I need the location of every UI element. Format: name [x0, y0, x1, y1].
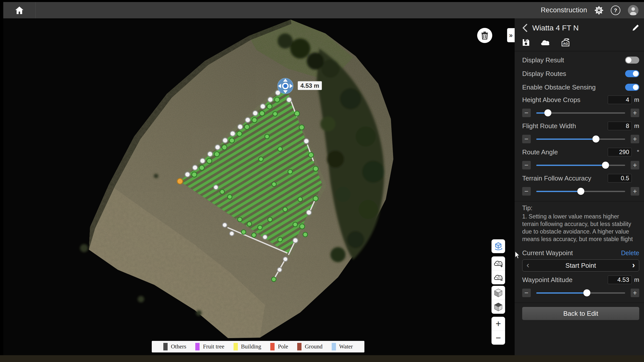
waypoint-dot[interactable]: [293, 222, 297, 227]
save-icon[interactable]: [522, 39, 530, 46]
view-3d-button[interactable]: [491, 239, 505, 253]
waypoint-selector[interactable]: ‹ Start Point ›: [522, 259, 639, 272]
waypoint-dot[interactable]: [272, 277, 276, 282]
param-increase-button[interactable]: +: [631, 289, 639, 297]
waypoint-dot[interactable]: [228, 195, 232, 199]
waypoint-dot[interactable]: [214, 185, 218, 190]
param-decrease-button[interactable]: −: [522, 187, 531, 196]
export-ag-icon[interactable]: AG: [560, 38, 571, 47]
param-decrease-button[interactable]: −: [522, 161, 531, 169]
toggle-switch[interactable]: [625, 84, 639, 91]
flight-route-canvas[interactable]: [3, 18, 515, 355]
waypoint-dot[interactable]: [278, 237, 282, 242]
param-decrease-button[interactable]: −: [522, 135, 531, 143]
waypoint-dot[interactable]: [238, 124, 243, 129]
param-slider[interactable]: [536, 109, 625, 117]
waypoint-dot[interactable]: [252, 118, 257, 123]
waypoint-dot[interactable]: [245, 117, 250, 122]
toggle-switch[interactable]: [625, 70, 639, 77]
waypoint-dot[interactable]: [215, 145, 220, 150]
waypoint-dot[interactable]: [259, 157, 263, 161]
waypoint-dot[interactable]: [299, 125, 304, 130]
param-slider[interactable]: [536, 187, 625, 196]
param-slider[interactable]: [536, 289, 625, 297]
waypoint-dot[interactable]: [237, 131, 242, 136]
waypoint-dot[interactable]: [263, 235, 267, 239]
cloud-upload-icon[interactable]: [540, 39, 550, 46]
prev-waypoint-chevron[interactable]: ‹: [526, 260, 529, 269]
param-increase-button[interactable]: +: [631, 187, 639, 196]
collapse-panel-tab[interactable]: »: [507, 28, 515, 42]
waypoint-dot[interactable]: [247, 222, 252, 226]
delete-waypoint-button[interactable]: [477, 28, 492, 43]
home-button[interactable]: [3, 2, 35, 18]
toggle-knob[interactable]: [633, 84, 638, 90]
waypoint-dot[interactable]: [222, 145, 227, 150]
waypoint-dot[interactable]: [252, 233, 256, 237]
next-waypoint-chevron[interactable]: ›: [632, 260, 635, 269]
waypoint-dot[interactable]: [214, 152, 219, 157]
waypoint-dot[interactable]: [241, 230, 246, 234]
cube-solid-button[interactable]: [491, 286, 505, 300]
back-chevron-icon[interactable]: [522, 24, 528, 32]
waypoint-dot[interactable]: [267, 104, 272, 109]
waypoint-dot[interactable]: [208, 152, 213, 157]
waypoint-dot[interactable]: [220, 190, 224, 194]
waypoint-dot[interactable]: [192, 172, 197, 177]
waypoint-dot[interactable]: [277, 267, 282, 272]
waypoint-dot[interactable]: [283, 257, 288, 261]
slider-knob[interactable]: [592, 135, 599, 143]
waypoint-dot[interactable]: [287, 97, 292, 102]
waypoint-dot[interactable]: [294, 111, 299, 116]
settings-button[interactable]: [595, 6, 603, 15]
waypoint-dot[interactable]: [223, 138, 228, 143]
waypoint-dot[interactable]: [293, 238, 298, 243]
waypoint-dot[interactable]: [199, 165, 204, 170]
waypoint-dot[interactable]: [268, 97, 273, 102]
slider-knob[interactable]: [602, 162, 609, 169]
waypoint-dot[interactable]: [185, 172, 190, 177]
waypoint-dot[interactable]: [260, 104, 265, 109]
slider-knob[interactable]: [544, 109, 551, 116]
waypoint-dot[interactable]: [273, 112, 277, 116]
cube-dark-button[interactable]: [491, 300, 505, 314]
waypoint-dot[interactable]: [258, 225, 262, 230]
waypoint-dot[interactable]: [309, 152, 314, 157]
param-value-input[interactable]: 290: [608, 148, 632, 156]
waypoint-dot[interactable]: [207, 158, 212, 163]
zoom-out-button[interactable]: −: [491, 331, 505, 345]
waypoint-dot[interactable]: [253, 111, 258, 116]
waypoint-dot[interactable]: [304, 139, 309, 144]
waypoint-dot[interactable]: [303, 232, 308, 237]
waypoint-dot[interactable]: [275, 97, 280, 102]
waypoint-dot[interactable]: [238, 217, 242, 222]
selected-waypoint-marker[interactable]: [278, 78, 293, 94]
param-slider[interactable]: [536, 135, 625, 143]
param-slider[interactable]: [536, 161, 625, 169]
waypoint-dot[interactable]: [193, 165, 198, 170]
delete-waypoint-link[interactable]: Delete: [621, 249, 639, 257]
map-viewport[interactable]: 4.53 m »: [3, 18, 515, 355]
user-avatar[interactable]: [628, 5, 638, 16]
param-increase-button[interactable]: +: [631, 135, 639, 143]
param-value-input[interactable]: 4: [608, 96, 632, 104]
edit-pencil-icon[interactable]: [632, 24, 639, 32]
back-to-edit-button[interactable]: Back to Edit: [522, 307, 639, 320]
toggle-knob[interactable]: [633, 71, 638, 76]
waypoint-dot[interactable]: [230, 231, 234, 236]
param-increase-button[interactable]: +: [631, 109, 639, 117]
waypoint-dot[interactable]: [259, 111, 264, 116]
waypoint-dot[interactable]: [265, 134, 269, 139]
param-decrease-button[interactable]: −: [522, 109, 531, 117]
waypoint-dot[interactable]: [200, 158, 205, 163]
waypoint-dot[interactable]: [222, 223, 227, 227]
param-value-input[interactable]: 8: [608, 122, 632, 130]
slider-knob[interactable]: [583, 289, 590, 296]
zoom-in-button[interactable]: +: [491, 317, 505, 331]
param-increase-button[interactable]: +: [631, 161, 639, 169]
param-decrease-button[interactable]: −: [522, 289, 531, 297]
waypoint-dot[interactable]: [288, 169, 292, 174]
waypoint-dot[interactable]: [300, 224, 305, 229]
waypoint-dot[interactable]: [244, 124, 249, 129]
help-button[interactable]: ?: [611, 6, 620, 15]
